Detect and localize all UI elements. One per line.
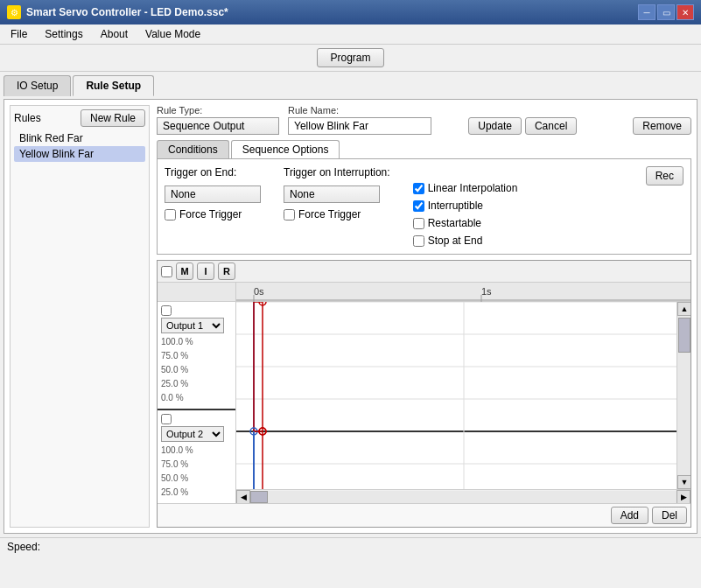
- chart-i-button[interactable]: I: [197, 262, 214, 280]
- remove-button[interactable]: Remove: [633, 117, 691, 135]
- tab-sequence-options[interactable]: Sequence Options: [231, 140, 340, 158]
- stop-at-end-checkbox[interactable]: [413, 235, 424, 247]
- menu-bar: File Settings About Value Mode: [0, 24, 701, 45]
- interruptible-checkbox[interactable]: [413, 200, 424, 212]
- trigger-end-group: Trigger on End: None Force Trigger: [165, 166, 261, 220]
- channel1-label-area: Output 1 100.0 % 75.0 % 50.0 % 25.0 % 0.…: [158, 302, 235, 410]
- v-scroll-up[interactable]: ▲: [677, 302, 690, 316]
- h-scroll-left[interactable]: ◀: [236, 490, 250, 504]
- chart-svg: [236, 302, 676, 489]
- restartable-checkbox[interactable]: [413, 218, 424, 229]
- h-scroll-thumb[interactable]: [250, 491, 268, 503]
- trigger-int-select-wrap: None: [284, 186, 390, 203]
- speed-label: Speed:: [7, 541, 40, 553]
- trigger-end-select-wrap: None: [165, 186, 261, 203]
- force-trigger-int-checkbox[interactable]: [284, 209, 295, 220]
- program-button[interactable]: Program: [317, 48, 383, 67]
- chart-canvas-scroll: ▲ ▼: [236, 302, 690, 489]
- trigger-int-select[interactable]: None: [284, 186, 380, 203]
- channel1-y-labels: 100.0 % 75.0 % 50.0 % 25.0 % 0.0 %: [161, 335, 232, 405]
- add-del-row: Add Del: [158, 503, 690, 527]
- rule-name-input[interactable]: [288, 117, 431, 135]
- rule-type-group: Rule Type: Sequence Output: [157, 105, 279, 135]
- force-trigger-end-checkbox[interactable]: [165, 209, 176, 220]
- ruler-spacer: [158, 283, 235, 302]
- restore-button[interactable]: ▭: [657, 4, 675, 20]
- rule-type-select-wrap: Sequence Output: [157, 117, 279, 135]
- trigger-int-label: Trigger on Interruption:: [284, 166, 390, 178]
- rule-type-select[interactable]: Sequence Output: [157, 117, 279, 135]
- interruptible-row: Interruptible: [413, 200, 518, 212]
- chart-right: 0s 1s 2s: [236, 283, 690, 503]
- v-scroll-track[interactable]: [677, 316, 690, 475]
- channel1-select[interactable]: Output 1: [161, 318, 224, 333]
- seq-options-row: Trigger on End: None Force Trigger: [165, 166, 683, 247]
- main-content: IO Setup Rule Setup Rules New Rule Blink…: [0, 72, 701, 537]
- h-scroll-track[interactable]: [250, 491, 676, 503]
- rules-list: Blink Red Far Yellow Blink Far: [14, 130, 145, 162]
- menu-file[interactable]: File: [4, 26, 34, 42]
- inner-tabs: Conditions Sequence Options: [157, 140, 691, 158]
- h-scrollbar[interactable]: ◀ ▶: [236, 489, 690, 503]
- force-trigger-int-row: Force Trigger: [284, 208, 390, 220]
- chart-m-button[interactable]: M: [176, 262, 193, 280]
- tab-conditions[interactable]: Conditions: [157, 140, 229, 158]
- add-button[interactable]: Add: [611, 507, 648, 524]
- chart-header: M I R: [158, 261, 690, 283]
- force-trigger-int-label: Force Trigger: [298, 208, 361, 220]
- menu-about[interactable]: About: [94, 26, 135, 42]
- trigger-end-select[interactable]: None: [165, 186, 261, 203]
- update-button[interactable]: Update: [468, 117, 522, 135]
- tab-rule-setup[interactable]: Rule Setup: [73, 75, 154, 96]
- rule-item-blink-red[interactable]: Blink Red Far: [14, 130, 145, 146]
- channel2-y-labels: 100.0 % 75.0 % 50.0 % 25.0 %: [161, 444, 232, 500]
- rules-header: Rules New Rule: [14, 109, 145, 127]
- inner-panel: Trigger on End: None Force Trigger: [157, 158, 691, 255]
- del-button[interactable]: Del: [652, 507, 687, 524]
- trigger-end-label: Trigger on End:: [165, 166, 261, 178]
- force-trigger-end-label: Force Trigger: [179, 208, 242, 220]
- status-bar: Speed:: [0, 537, 701, 556]
- menu-value-mode[interactable]: Value Mode: [138, 26, 207, 42]
- cancel-button[interactable]: Cancel: [525, 117, 577, 135]
- chart-master-checkbox[interactable]: [161, 266, 172, 277]
- minimize-button[interactable]: ─: [638, 4, 655, 20]
- action-buttons: Update Cancel Remove: [468, 117, 691, 135]
- restartable-row: Restartable: [413, 217, 518, 229]
- channel2-check-row: [161, 414, 232, 424]
- channel2-select[interactable]: Output 2: [161, 426, 224, 442]
- linear-interp-checkbox[interactable]: [413, 183, 424, 194]
- rules-panel: Rules New Rule Blink Red Far Yellow Blin…: [10, 105, 150, 528]
- channel2-label-area: Output 2 100.0 % 75.0 % 50.0 % 25.0 %: [158, 410, 235, 503]
- rule-item-yellow-blink[interactable]: Yellow Blink Far: [14, 146, 145, 162]
- menu-settings[interactable]: Settings: [38, 26, 89, 42]
- rules-label: Rules: [14, 112, 41, 124]
- restartable-label: Restartable: [428, 217, 481, 229]
- rule-name-group: Rule Name:: [288, 105, 431, 135]
- toolbar: Program: [0, 45, 701, 72]
- chart-area: M I R: [157, 260, 691, 528]
- channel1-check-row: [161, 305, 232, 316]
- chart-r-button[interactable]: R: [218, 262, 235, 280]
- trigger-int-group: Trigger on Interruption: None Force Trig…: [284, 166, 390, 220]
- v-scroll-thumb[interactable]: [678, 318, 690, 353]
- svg-text:0s: 0s: [254, 286, 264, 297]
- v-scrollbar[interactable]: ▲ ▼: [676, 302, 690, 489]
- chart-body: Output 1 100.0 % 75.0 % 50.0 % 25.0 % 0.…: [158, 283, 690, 503]
- rec-button[interactable]: Rec: [646, 166, 683, 186]
- channel1-checkbox[interactable]: [161, 305, 172, 316]
- linear-interp-row: Linear Interpolation: [413, 182, 518, 194]
- tab-io-setup[interactable]: IO Setup: [4, 75, 71, 96]
- main-tabs: IO Setup Rule Setup: [4, 75, 697, 96]
- right-panel: Rule Type: Sequence Output Rule Name: Up…: [157, 105, 691, 528]
- v-scroll-down[interactable]: ▼: [677, 475, 690, 489]
- new-rule-button[interactable]: New Rule: [81, 109, 145, 127]
- h-scroll-right[interactable]: ▶: [676, 490, 690, 504]
- app-icon: ⚙: [7, 5, 21, 19]
- chart-labels: Output 1 100.0 % 75.0 % 50.0 % 25.0 % 0.…: [158, 283, 236, 503]
- window-controls: ─ ▭ ✕: [638, 4, 694, 20]
- time-ruler: 0s 1s 2s: [236, 283, 690, 302]
- channel2-checkbox[interactable]: [161, 414, 172, 424]
- right-checkboxes: Linear Interpolation Interruptible Resta…: [413, 182, 518, 247]
- close-button[interactable]: ✕: [676, 4, 694, 20]
